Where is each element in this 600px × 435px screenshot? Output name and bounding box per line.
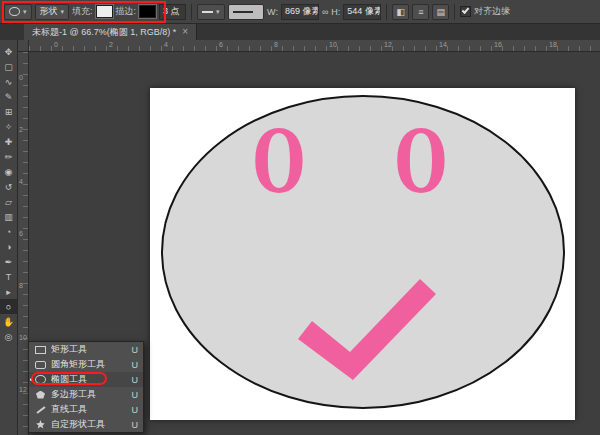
shape-height-field[interactable]: 544 像素	[343, 4, 381, 20]
ruler-number: 8	[19, 282, 23, 289]
path-arrangement-button[interactable]: ▤	[432, 4, 449, 20]
align-edges-checkbox[interactable]	[460, 6, 471, 17]
link-dimensions-icon[interactable]: ∞	[322, 7, 328, 17]
eraser-tool[interactable]: ▱	[0, 194, 17, 209]
width-label: W:	[267, 7, 278, 17]
chevron-down-icon: ▾	[23, 8, 27, 15]
flyout-item-label: 椭圆工具	[51, 373, 127, 386]
ruler-number: 14	[439, 41, 447, 48]
toolbox: ✥▢∿✎⊞✧✚✏◉↺▱▥◔◑✒T▸○✋◎	[0, 40, 18, 435]
lasso-tool[interactable]: ∿	[0, 74, 17, 89]
ruler-number: 2	[19, 126, 23, 133]
line-style-icon	[202, 11, 213, 13]
line-tool-icon	[35, 409, 46, 411]
flyout-item-label: 多边形工具	[51, 388, 127, 401]
align-edges-label: 对齐边缘	[474, 5, 510, 18]
ruler-number: 10	[19, 334, 27, 341]
rounded-rectangle-tool-icon	[35, 361, 46, 369]
stroke-swatch[interactable]	[139, 5, 156, 18]
flyout-item-ellipse-tool[interactable]: 椭圆工具 U	[29, 372, 143, 387]
ruler-number: 2	[109, 41, 113, 48]
quick-selection-tool[interactable]: ✎	[0, 89, 17, 104]
flyout-item-rectangle-tool[interactable]: 矩形工具 U	[29, 342, 143, 357]
shape-tools-flyout: 矩形工具 U 圆角矩形工具 U 椭圆工具 U 多边形工具 U 直线工具 U 自定…	[28, 341, 144, 433]
right-eye-letter: O	[395, 111, 447, 213]
flyout-item-custom-shape-tool[interactable]: 自定形状工具 U	[29, 417, 143, 432]
path-operations-button[interactable]: ◧	[392, 4, 409, 20]
ellipse-tool-icon	[35, 375, 46, 384]
fill-swatch[interactable]	[96, 5, 113, 18]
ruler-number: 4	[164, 41, 168, 48]
chevron-down-icon: ▾	[61, 8, 65, 15]
photoshop-window: ▾ 形状 ▾ 填充: 描边: 3 点 ▾ ▾ W: 869 像素 ∞ H: 54…	[0, 0, 600, 435]
stroke-width-field[interactable]: 3 点	[159, 4, 186, 20]
path-alignment-button[interactable]: ≡	[412, 4, 429, 20]
dodge-tool[interactable]: ◑	[0, 239, 17, 254]
separator	[454, 4, 455, 20]
eyedropper-tool[interactable]: ✧	[0, 119, 17, 134]
pen-tool[interactable]: ✒	[0, 254, 17, 269]
flyout-item-rounded-rectangle-tool[interactable]: 圆角矩形工具 U	[29, 357, 143, 372]
ruler-number: 0	[54, 41, 58, 48]
ruler-number: 16	[494, 41, 502, 48]
path-selection-tool[interactable]: ▸	[0, 284, 17, 299]
document-tab-bar: 未标题-1 @ 66.7%(椭圆 1, RGB/8) * ×	[0, 24, 600, 41]
ruler-number: 0	[19, 74, 23, 81]
flyout-item-label: 自定形状工具	[51, 418, 127, 431]
stroke-style-preview[interactable]: ▾	[228, 4, 265, 20]
flyout-item-polygon-tool[interactable]: 多边形工具 U	[29, 387, 143, 402]
clone-stamp-tool[interactable]: ◉	[0, 164, 17, 179]
ellipse-preset-icon	[9, 7, 20, 16]
chevron-down-icon: ▾	[216, 8, 220, 15]
stroke-label: 描边:	[116, 5, 137, 18]
flyout-item-line-tool[interactable]: 直线工具 U	[29, 402, 143, 417]
path-arrangement-icon: ▤	[437, 7, 446, 17]
chevron-down-icon: ▾	[256, 8, 260, 15]
gradient-tool[interactable]: ▥	[0, 209, 17, 224]
move-tool[interactable]: ✥	[0, 44, 17, 59]
separator	[386, 4, 387, 20]
ruler-number: 4	[19, 178, 23, 185]
ruler-number: 6	[219, 41, 223, 48]
tool-mode-label: 形状	[40, 5, 58, 18]
zoom-tool[interactable]: ◎	[0, 329, 17, 344]
ruler-corner	[18, 40, 29, 52]
left-eye-letter: O	[253, 111, 305, 213]
document-tab-title: 未标题-1 @ 66.7%(椭圆 1, RGB/8) *	[32, 26, 176, 39]
flyout-item-shortcut: U	[132, 360, 139, 370]
tool-preset-picker[interactable]: ▾	[4, 4, 32, 20]
rectangle-tool-icon	[35, 346, 46, 354]
brush-tool[interactable]: ✏	[0, 149, 17, 164]
ruler-number: 18	[549, 41, 557, 48]
flyout-item-shortcut: U	[132, 375, 139, 385]
flyout-item-shortcut: U	[132, 420, 139, 430]
marquee-tool[interactable]: ▢	[0, 59, 17, 74]
ruler-number: 12	[19, 386, 27, 393]
flyout-item-label: 直线工具	[51, 403, 127, 416]
crop-tool[interactable]: ⊞	[0, 104, 17, 119]
shape-width-field[interactable]: 869 像素	[281, 4, 319, 20]
type-tool[interactable]: T	[0, 269, 17, 284]
flyout-item-label: 矩形工具	[51, 343, 127, 356]
height-label: H:	[331, 7, 340, 17]
flyout-item-label: 圆角矩形工具	[51, 358, 127, 371]
path-alignment-icon: ≡	[418, 7, 423, 17]
document-canvas[interactable]: O O	[150, 88, 575, 420]
tool-mode-select[interactable]: 形状 ▾	[35, 4, 70, 20]
ruler-top: 024681012141618	[29, 40, 600, 52]
fill-label: 填充:	[72, 5, 93, 18]
shape-tool[interactable]: ○	[0, 299, 17, 314]
active-tool-dot	[30, 378, 33, 381]
hand-tool[interactable]: ✋	[0, 314, 17, 329]
polygon-tool-icon	[35, 391, 46, 399]
stroke-type-select[interactable]: ▾	[197, 4, 225, 20]
document-tab[interactable]: 未标题-1 @ 66.7%(椭圆 1, RGB/8) * ×	[24, 24, 197, 40]
healing-brush-tool[interactable]: ✚	[0, 134, 17, 149]
blur-tool[interactable]: ◔	[0, 224, 17, 239]
ruler-number: 12	[384, 41, 392, 48]
ruler-number: 8	[274, 41, 278, 48]
custom-shape-tool-icon	[35, 420, 46, 429]
history-brush-tool[interactable]: ↺	[0, 179, 17, 194]
close-icon[interactable]: ×	[182, 27, 188, 37]
flyout-item-shortcut: U	[132, 405, 139, 415]
